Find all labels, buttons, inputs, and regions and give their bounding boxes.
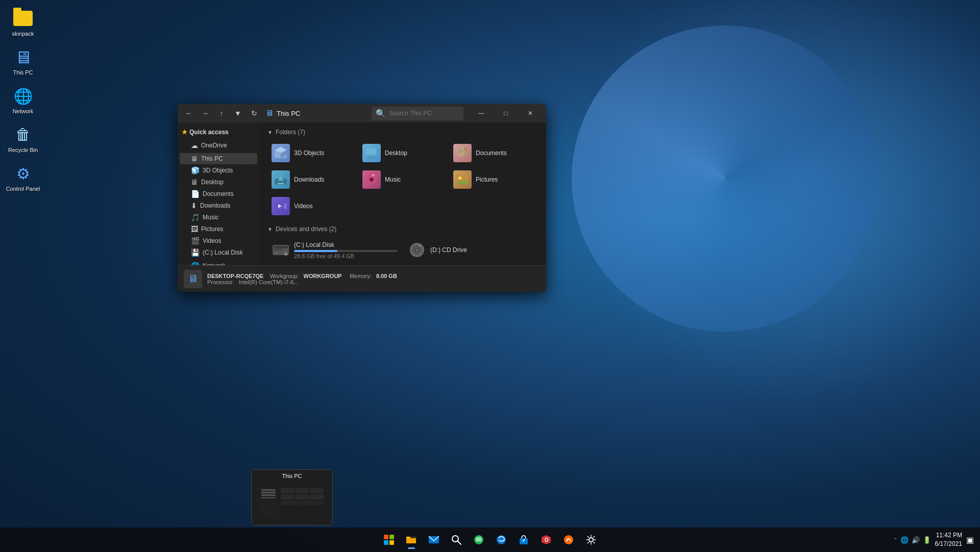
sidebar-pictures-label: Pictures	[201, 225, 223, 233]
status-computer-name: DESKTOP-RCQE7QE Workgroup: WORKGROUP Mem…	[207, 273, 397, 279]
drive-item-c[interactable]: (C:) Local Disk 28.8 GB free of 49.4 GB	[267, 238, 402, 262]
sidebar-item-downloads[interactable]: ⬇ Downloads	[180, 200, 257, 211]
folder-item-pictures[interactable]: Pictures	[449, 167, 538, 192]
sidebar-onedrive-label: OneDrive	[201, 142, 227, 149]
notifications-icon[interactable]: ▣	[966, 535, 974, 545]
tray-volume-icon[interactable]: 🔊	[912, 536, 920, 544]
sidebar-section-this-pc: 🖥 This PC 🧊 3D Objects 🖥 Desktop 📄 Docum…	[178, 153, 259, 258]
desktop-icon-network[interactable]: 🌐 Network	[3, 83, 43, 117]
back-button[interactable]: ←	[182, 106, 196, 120]
folder-videos-label: Videos	[294, 203, 312, 210]
sidebar-item-videos[interactable]: 🎬 Videos	[180, 235, 257, 246]
folders-chevron-icon: ▼	[267, 130, 273, 135]
desktop-icon-this-pc[interactable]: 🖥 This PC	[3, 44, 43, 79]
settings-taskbar-icon	[585, 534, 597, 545]
svg-point-28	[284, 253, 287, 256]
taskbar-preview-popup: This PC	[251, 469, 333, 525]
onedrive-icon: ☁	[191, 141, 198, 149]
folder-item-3d-objects[interactable]: 3D Objects	[267, 141, 356, 165]
sidebar-item-this-pc[interactable]: 🖥 This PC	[180, 153, 257, 164]
taskbar-file-explorer-button[interactable]	[401, 530, 422, 550]
sidebar-item-documents[interactable]: 📄 Documents	[180, 188, 257, 199]
preview-title: This PC	[255, 473, 329, 479]
desktop-icon-control-panel[interactable]: ⚙ Control Panel	[3, 160, 43, 195]
tray-battery-icon[interactable]: 🔋	[923, 536, 931, 544]
up-button[interactable]: ↑	[214, 106, 229, 120]
drive-d-icon	[408, 241, 426, 259]
folders-section-header: ▼ Folders (7)	[267, 129, 538, 136]
folder-music-icon	[362, 170, 381, 189]
office-icon: O	[541, 534, 552, 545]
svg-point-20	[458, 177, 461, 180]
sidebar-item-desktop[interactable]: 🖥 Desktop	[180, 177, 257, 188]
title-bar: ← → ↑ ▼ ↻ 🖥 This PC 🔍 — □ ✕	[178, 104, 546, 122]
system-tray-icons: ⌃ 🌐 🔊 🔋	[893, 536, 931, 544]
status-processor: Processor: Intel(R) Core(TM) i7-6...	[207, 279, 397, 285]
folder-docs-label: Documents	[476, 149, 507, 157]
svg-rect-27	[274, 249, 283, 250]
sidebar-item-pictures[interactable]: 🖼 Pictures	[180, 223, 257, 235]
forward-button[interactable]: →	[198, 106, 212, 120]
start-button[interactable]	[379, 530, 399, 550]
windows-logo-icon	[384, 535, 394, 545]
status-pc-icon: 🖥	[184, 270, 202, 288]
close-button[interactable]: ✕	[519, 105, 542, 121]
maximize-button[interactable]: □	[494, 105, 518, 121]
folder-music-label: Music	[385, 176, 401, 183]
taskbar-search-button[interactable]	[446, 530, 467, 550]
tray-network-icon[interactable]: 🌐	[900, 536, 909, 544]
sidebar-pc-icon: 🖥	[191, 155, 198, 163]
taskbar-unknown-button[interactable]	[558, 530, 579, 550]
recent-locations-button[interactable]: ▼	[231, 106, 245, 120]
system-clock[interactable]: 11:42 PM 6/17/2021	[935, 531, 962, 548]
drive-c-bar	[294, 250, 337, 252]
search-input[interactable]	[389, 110, 459, 117]
drives-grid: (C:) Local Disk 28.8 GB free of 49.4 GB	[267, 238, 538, 262]
sidebar-section-network: 🌐 Network	[178, 260, 259, 265]
sidebar-quick-access-title[interactable]: ★ Quick access	[178, 127, 259, 138]
folder-item-desktop[interactable]: Desktop	[358, 141, 447, 165]
taskbar-store-button[interactable]	[513, 530, 534, 550]
desktop-icon-skinpack[interactable]: skinpack	[3, 5, 43, 40]
clock-date: 6/17/2021	[935, 540, 962, 548]
status-info: DESKTOP-RCQE7QE Workgroup: WORKGROUP Mem…	[207, 273, 397, 285]
sidebar-item-local-disk[interactable]: 💾 (C:) Local Disk	[180, 247, 257, 258]
address-text: This PC	[277, 110, 300, 117]
drive-item-d[interactable]: (D:) CD Drive	[404, 238, 538, 262]
search-box[interactable]: 🔍	[372, 107, 463, 120]
desktop-icons: skinpack 🖥 This PC 🌐 Network 🗑 Recycle B…	[3, 5, 43, 195]
refresh-button[interactable]: ↻	[247, 106, 261, 120]
sidebar-videos-label: Videos	[203, 237, 221, 244]
sidebar-this-pc-label: This PC	[201, 155, 223, 162]
taskbar-edge-button[interactable]	[491, 530, 511, 550]
sidebar-item-onedrive[interactable]: ☁ OneDrive	[180, 140, 257, 151]
svg-rect-26	[274, 246, 288, 248]
sidebar-item-network[interactable]: 🌐 Network	[180, 260, 257, 265]
devices-section-title: Devices and drives (2)	[276, 225, 336, 233]
folder-item-music[interactable]: Music	[358, 167, 447, 192]
tray-expand-icon[interactable]: ⌃	[893, 537, 897, 543]
svg-rect-4	[365, 148, 377, 155]
sidebar-downloads-icon: ⬇	[191, 202, 197, 210]
sidebar-music-label: Music	[203, 214, 218, 221]
folder-item-videos[interactable]: Videos	[267, 194, 356, 218]
desktop-icon-network-label: Network	[13, 108, 33, 114]
minimize-button[interactable]: —	[470, 105, 493, 121]
taskbar-spotify-button[interactable]	[469, 530, 489, 550]
sidebar-desktop-label: Desktop	[201, 179, 224, 186]
taskbar-center: O	[379, 530, 601, 550]
folders-section-title: Folders (7)	[276, 129, 305, 136]
sidebar-item-music[interactable]: 🎵 Music	[180, 212, 257, 223]
taskbar-settings-button[interactable]	[581, 530, 601, 550]
taskbar-mail-button[interactable]	[424, 530, 444, 550]
folder-item-downloads[interactable]: Downloads	[267, 167, 356, 192]
sidebar-desktop-icon: 🖥	[191, 178, 198, 186]
orange-app-icon	[563, 534, 574, 545]
mail-icon	[428, 534, 439, 545]
sidebar-item-3d-objects[interactable]: 🧊 3D Objects	[180, 165, 257, 176]
svg-rect-6	[368, 157, 374, 158]
taskbar-office-button[interactable]: O	[536, 530, 556, 550]
folder-item-documents[interactable]: Documents	[449, 141, 538, 165]
desktop-icon-recycle-bin[interactable]: 🗑 Recycle Bin	[3, 121, 43, 156]
drive-c-label: (C:) Local Disk	[294, 241, 398, 248]
